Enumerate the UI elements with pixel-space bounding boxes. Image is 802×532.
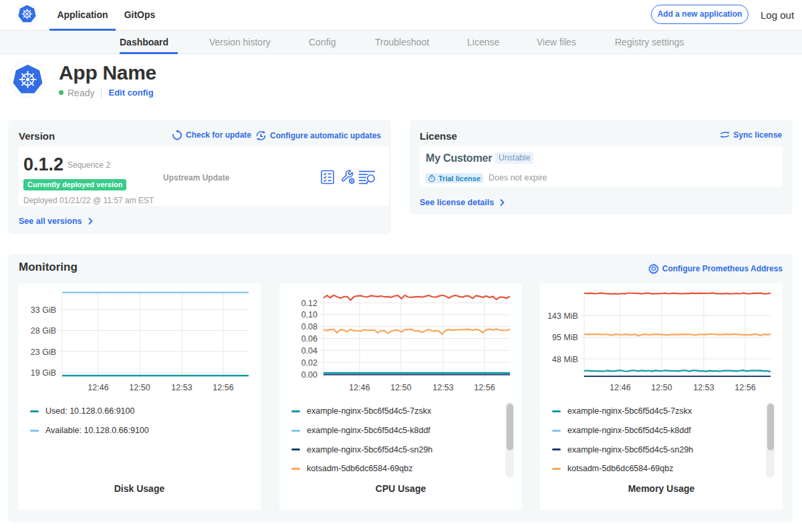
svg-text:12:46: 12:46 [349,383,370,392]
svg-text:0.06: 0.06 [301,334,317,344]
svg-text:12:53: 12:53 [171,383,192,392]
svg-text:48 MiB: 48 MiB [552,355,578,364]
svg-text:12:46: 12:46 [88,383,108,392]
svg-text:12:50: 12:50 [651,383,672,392]
svg-text:12:50: 12:50 [390,383,411,392]
svg-text:12:56: 12:56 [213,383,233,392]
svg-text:12:56: 12:56 [474,383,495,392]
svg-text:0.10: 0.10 [301,310,317,319]
svg-text:95 MiB: 95 MiB [552,333,578,342]
svg-text:12:50: 12:50 [129,383,150,392]
svg-text:0.08: 0.08 [301,322,317,331]
svg-text:19 GiB: 19 GiB [31,368,56,378]
svg-text:0.00: 0.00 [301,370,317,380]
svg-text:23 GiB: 23 GiB [31,348,56,357]
svg-text:12:46: 12:46 [610,383,630,392]
svg-text:143 MiB: 143 MiB [547,311,578,321]
svg-text:12:56: 12:56 [734,383,755,392]
svg-text:0.04: 0.04 [301,346,317,356]
svg-text:0.02: 0.02 [301,358,317,368]
svg-text:12:53: 12:53 [693,383,714,392]
svg-text:12:53: 12:53 [432,383,453,392]
svg-text:28 GiB: 28 GiB [31,326,56,336]
svg-text:0.12: 0.12 [301,299,317,308]
svg-text:33 GiB: 33 GiB [31,305,56,315]
